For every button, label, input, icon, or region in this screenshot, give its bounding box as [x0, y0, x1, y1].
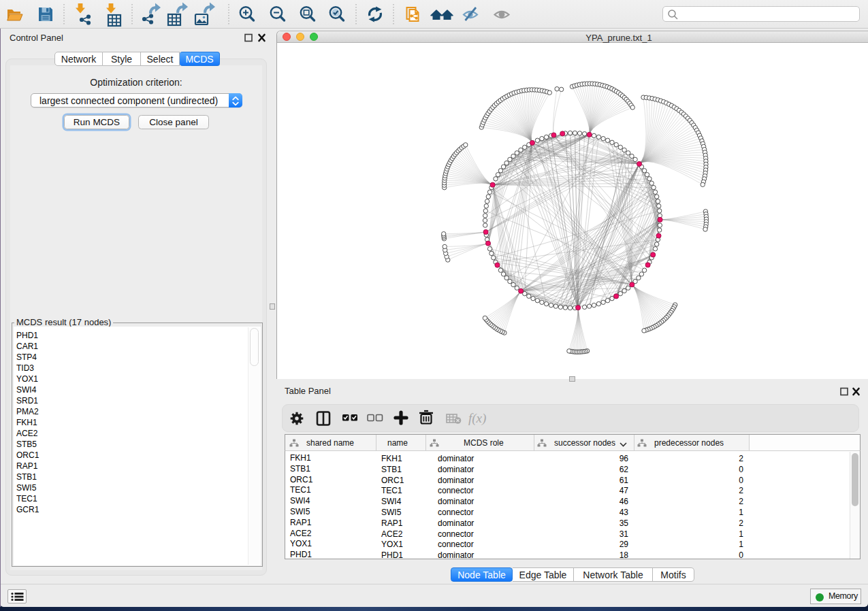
svg-text:f(x): f(x): [468, 411, 486, 426]
